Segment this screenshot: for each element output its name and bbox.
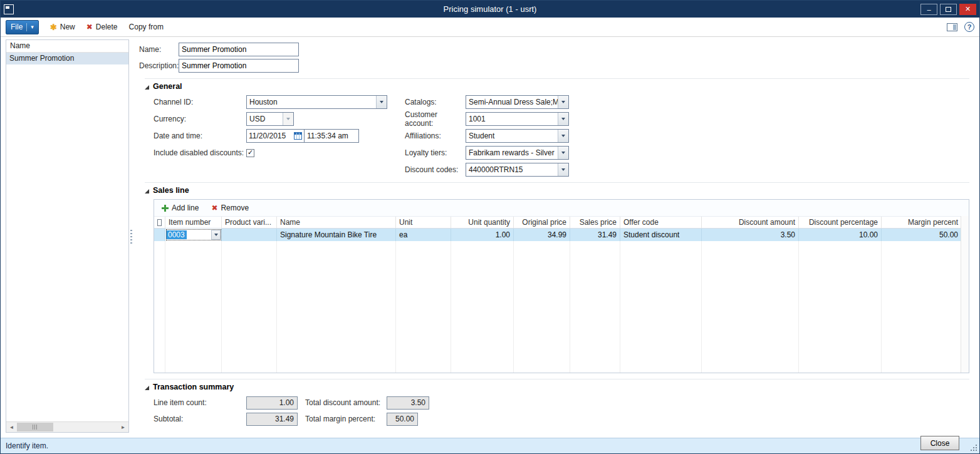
chevron-down-icon[interactable] [558, 96, 568, 108]
statusbar: Identify item. [1, 438, 979, 453]
file-menu-button[interactable]: File ▾ [6, 20, 39, 34]
column-header-unit-quantity[interactable]: Unit quantity [451, 217, 514, 228]
sales-line-section-title: Sales line [153, 186, 189, 195]
grid-header-row: Item number Product vari... Name Unit Un… [154, 216, 969, 229]
copy-from-button[interactable]: Copy from [129, 23, 164, 31]
currency-label: Currency: [154, 115, 246, 123]
remove-icon: ✖ [211, 204, 217, 212]
scrollbar-track[interactable] [53, 422, 118, 432]
layout-panels-icon[interactable] [947, 23, 957, 31]
maximize-button[interactable] [940, 4, 957, 15]
new-icon: ✱ [50, 23, 57, 32]
transaction-summary-section-header[interactable]: Transaction summary [145, 383, 969, 391]
close-form-button[interactable]: Close [920, 436, 959, 450]
general-section-header[interactable]: General [145, 82, 969, 91]
offer-code-cell[interactable]: Student discount [620, 229, 702, 241]
remove-button[interactable]: ✖ Remove [211, 204, 249, 212]
discount-codes-value: 440000RTRN15 [466, 163, 558, 176]
add-line-button[interactable]: Add line [162, 204, 199, 212]
file-menu-label: File [11, 23, 23, 31]
include-disabled-discounts-checkbox[interactable] [246, 149, 254, 157]
minimize-button[interactable]: – [920, 4, 937, 15]
select-all-checkbox[interactable] [157, 219, 162, 226]
window-close-button[interactable]: ✕ [959, 4, 976, 15]
column-header-name[interactable]: Name [277, 217, 396, 228]
loyalty-tiers-combobox[interactable]: Fabrikam rewards - Silver [466, 146, 569, 160]
sales-line-section: Sales line Add line ✖ Remove [145, 182, 969, 373]
line-item-count-label: Line item count: [154, 398, 246, 407]
calendar-icon[interactable] [294, 132, 302, 140]
discount-percentage-cell[interactable]: 10.00 [799, 229, 882, 241]
column-header-item-number[interactable]: Item number [165, 217, 222, 228]
discount-codes-combobox[interactable]: 440000RTRN15 [466, 163, 569, 177]
general-section-title: General [153, 82, 182, 91]
time-input[interactable]: 11:35:34 am [304, 129, 359, 143]
titlebar: Pricing simulator (1 - usrt) – ✕ [1, 1, 979, 18]
unit-cell[interactable]: ea [396, 229, 451, 241]
select-all-cell [154, 217, 165, 228]
chevron-down-icon[interactable] [376, 96, 387, 108]
name-cell[interactable]: Signature Mountain Bike Tire [277, 229, 396, 241]
main-content: Name: Description: General Channel ID: [133, 37, 979, 438]
catalogs-combobox[interactable]: Semi-Annual Dress Sale;M [466, 95, 569, 109]
original-price-cell[interactable]: 34.99 [514, 229, 570, 241]
panel-splitter[interactable] [129, 37, 133, 438]
affiliations-combobox[interactable]: Student [466, 129, 569, 143]
chevron-down-icon[interactable] [558, 147, 568, 159]
chevron-down-icon[interactable] [558, 163, 568, 176]
record-list-panel: Name Summer Promotion ◄ ► [6, 39, 129, 433]
affiliations-label: Affiliations: [405, 132, 466, 140]
scrollbar-thumb[interactable] [17, 423, 53, 431]
resize-grip-icon[interactable] [976, 450, 977, 451]
general-section: General Channel ID: Houston Currency: [145, 78, 969, 177]
scroll-right-icon[interactable]: ► [118, 422, 128, 432]
collapse-icon [145, 386, 149, 390]
item-number-combobox[interactable]: 0003 [166, 230, 221, 240]
customer-account-label: Customer account: [405, 110, 466, 128]
date-input[interactable]: 11/20/2015 [246, 129, 305, 143]
unit-quantity-cell[interactable]: 1.00 [451, 229, 514, 241]
chevron-down-icon[interactable] [283, 113, 293, 125]
sales-price-cell[interactable]: 31.49 [570, 229, 620, 241]
new-button[interactable]: ✱ New [50, 23, 75, 32]
minimize-icon: – [927, 6, 930, 13]
item-number-cell[interactable]: 0003 [165, 229, 222, 241]
column-header-margin-percent[interactable]: Margin percent [882, 217, 962, 228]
catalogs-value: Semi-Annual Dress Sale;M [466, 96, 558, 108]
currency-combobox[interactable]: USD [246, 112, 294, 126]
scroll-left-icon[interactable]: ◄ [6, 422, 17, 432]
chevron-down-icon: ▾ [31, 24, 34, 30]
table-row[interactable]: 0003 Signature Mountain Bike Tire ea 1.0… [154, 229, 969, 241]
sidebar-header[interactable]: Name [6, 40, 128, 53]
column-header-sales-price[interactable]: Sales price [570, 217, 620, 228]
column-header-product-variant[interactable]: Product vari... [222, 217, 277, 228]
column-header-original-price[interactable]: Original price [514, 217, 570, 228]
column-header-discount-percentage[interactable]: Discount percentage [799, 217, 882, 228]
row-select-cell[interactable] [154, 229, 165, 241]
status-text: Identify item. [6, 441, 48, 450]
sidebar-horizontal-scrollbar[interactable]: ◄ ► [6, 421, 128, 432]
sales-line-section-header[interactable]: Sales line [145, 186, 969, 195]
chevron-down-icon[interactable] [558, 113, 568, 125]
name-input[interactable] [179, 43, 299, 56]
help-icon[interactable]: ? [964, 22, 974, 32]
channel-id-combobox[interactable]: Houston [246, 95, 387, 109]
customer-account-combobox[interactable]: 1001 [466, 112, 569, 126]
delete-button[interactable]: ✖ Delete [86, 23, 118, 31]
channel-id-label: Channel ID: [154, 98, 246, 106]
description-input[interactable] [179, 59, 299, 73]
discount-amount-cell[interactable]: 3.50 [702, 229, 799, 241]
sidebar-item-summer-promotion[interactable]: Summer Promotion [6, 53, 128, 64]
grid-vertical-scrollbar[interactable] [961, 216, 969, 373]
margin-percent-cell[interactable]: 50.00 [882, 229, 962, 241]
chevron-down-icon[interactable] [211, 230, 221, 240]
column-header-unit[interactable]: Unit [396, 217, 451, 228]
chevron-down-icon[interactable] [558, 130, 568, 142]
product-variant-cell[interactable] [222, 229, 277, 241]
close-icon: ✕ [965, 5, 971, 13]
subtotal-field: 31.49 [246, 413, 298, 426]
column-header-discount-amount[interactable]: Discount amount [702, 217, 799, 228]
total-discount-label: Total discount amount: [305, 398, 387, 407]
catalogs-label: Catalogs: [405, 98, 466, 106]
column-header-offer-code[interactable]: Offer code [620, 217, 702, 228]
